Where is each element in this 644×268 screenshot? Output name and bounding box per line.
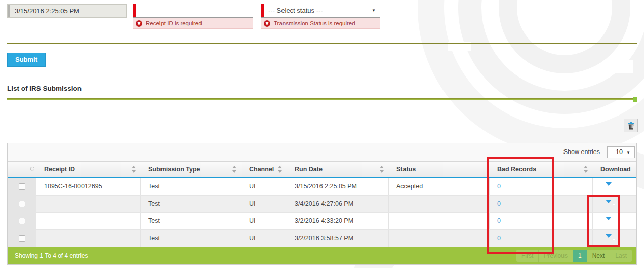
channel-cell: UI: [242, 178, 287, 195]
page-size-value: 10: [616, 148, 623, 156]
header-status[interactable]: Status: [389, 162, 490, 177]
receipt-id-cell: [36, 230, 141, 247]
status-error-text: Transmission Status is required: [274, 20, 355, 26]
header-receipt-id[interactable]: Receipt ID: [36, 162, 141, 177]
trash-icon: [627, 122, 635, 130]
run-date-cell: 3/4/2016 4:27:06 PM: [287, 196, 389, 212]
download-icon[interactable]: [606, 181, 615, 195]
sort-icon: [278, 165, 282, 173]
watermark-ring-icon: [418, 0, 644, 155]
select-cell: [8, 230, 36, 247]
receipt-id-error: ✖ Receipt ID is required: [133, 18, 253, 29]
run-date-cell: 3/2/2016 4:33:20 PM: [287, 213, 389, 229]
submit-button[interactable]: Submit: [7, 53, 46, 67]
required-bar: [261, 4, 264, 17]
watermark-tile: [555, 15, 578, 28]
date-grip: [8, 5, 10, 17]
error-icon: ✖: [136, 20, 142, 27]
entries-summary: Showing 1 To 4 of 4 entries: [15, 247, 88, 264]
status-cell: [389, 230, 490, 247]
chevron-down-icon: ▼: [372, 4, 376, 17]
delete-button[interactable]: [624, 119, 638, 132]
select-cell: [8, 178, 36, 195]
bad-records-annotation-box: [487, 157, 554, 254]
receipt-id-input[interactable]: [133, 4, 253, 18]
row-checkbox[interactable]: [19, 201, 25, 207]
pagination-next-button[interactable]: Next: [587, 250, 611, 262]
status-select[interactable]: --- Select status --- ▼: [261, 4, 380, 18]
submission-type-cell: Test: [141, 178, 242, 195]
row-checkbox[interactable]: [19, 218, 25, 224]
sort-icon: [584, 165, 588, 173]
row-checkbox[interactable]: [19, 183, 25, 190]
show-entries-label: Show entries: [564, 148, 600, 156]
status-select-value: --- Select status ---: [268, 7, 323, 14]
status-cell: [389, 196, 490, 212]
channel-cell: UI: [242, 196, 287, 212]
header-select-column[interactable]: [8, 162, 36, 177]
sort-icon: [132, 165, 136, 173]
submission-type-cell: Test: [141, 196, 242, 212]
run-date-cell: 3/15/2016 2:25:05 PM: [287, 178, 389, 195]
header-download: Download: [593, 162, 636, 177]
download-annotation-box: [587, 195, 620, 247]
run-date-input[interactable]: 3/15/2016 2:25:05 PM: [7, 4, 127, 18]
submission-type-cell: Test: [141, 230, 242, 247]
status-error: ✖ Transmission Status is required: [261, 18, 380, 29]
section-title: List of IRS Submission: [7, 85, 82, 92]
channel-cell: UI: [242, 213, 287, 229]
sort-icon: [380, 165, 384, 173]
divider-end-square: [633, 97, 637, 102]
header-submission-type[interactable]: Submission Type: [141, 162, 242, 177]
page-size-select[interactable]: 10 ▼: [607, 146, 635, 158]
pagination-page-button[interactable]: 1: [573, 250, 587, 262]
receipt-id-error-text: Receipt ID is required: [146, 20, 202, 26]
download-cell: [593, 178, 636, 195]
header-channel[interactable]: Channel: [242, 162, 287, 177]
select-cell: [8, 196, 36, 212]
chevron-down-icon: ▼: [626, 147, 630, 158]
status-cell: Accepted: [389, 178, 490, 195]
run-date-cell: 3/2/2016 3:58:57 PM: [287, 230, 389, 247]
run-date-value: 3/15/2016 2:25:05 PM: [15, 7, 79, 15]
row-checkbox[interactable]: [19, 235, 25, 242]
receipt-id-cell: [36, 213, 141, 229]
status-cell: [389, 213, 490, 229]
select-cell: [8, 213, 36, 229]
double-divider: [7, 98, 633, 100]
receipt-id-cell: 1095C-16-00012695: [36, 178, 141, 195]
required-bar: [133, 4, 136, 17]
submission-type-cell: Test: [141, 213, 242, 229]
receipt-id-cell: [36, 196, 141, 212]
pagination-last-button[interactable]: Last: [610, 250, 632, 262]
watermark-tile: [610, 60, 633, 73]
page: 3/15/2016 2:25:05 PM ✖ Receipt ID is req…: [0, 0, 644, 268]
sort-icon: [232, 165, 236, 173]
sort-icon: [30, 167, 34, 171]
header-run-date[interactable]: Run Date: [287, 162, 389, 177]
divider: [7, 43, 637, 44]
channel-cell: UI: [242, 230, 287, 247]
error-icon: ✖: [264, 20, 270, 27]
